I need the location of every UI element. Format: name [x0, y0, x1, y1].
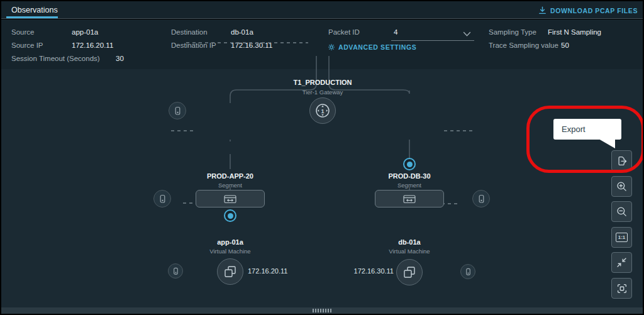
one-to-one-icon: 1:1: [616, 233, 628, 242]
fit-to-screen-button[interactable]: [611, 278, 632, 299]
vm-icon: [402, 265, 416, 279]
segment-right-node[interactable]: [375, 190, 444, 207]
segment-left-port-node[interactable]: [153, 190, 171, 207]
gateway-node[interactable]: 1: [309, 97, 336, 124]
fit-to-screen-icon: [616, 282, 628, 295]
segment-left-name: PROD-APP-20: [167, 172, 293, 180]
vm-right-name: db-01a: [347, 238, 472, 246]
export-icon: [616, 155, 628, 167]
tier1-gateway-icon: 1: [314, 102, 331, 119]
vm-left-ip: 172.16.20.11: [248, 267, 287, 275]
traceflow-window: Observations DOWNLOAD PCAP FILES Source …: [0, 0, 644, 315]
vm-right-type: Virtual Machine: [347, 248, 472, 255]
segment-right-type: Segment: [347, 182, 472, 189]
horizontal-scrollbar[interactable]: [1, 307, 643, 314]
scrollbar-grip: [313, 309, 314, 312]
segment-icon: [223, 194, 237, 204]
gateway-type: Tier-1 Gateway: [260, 89, 386, 96]
vm-left-port-node[interactable]: [168, 263, 183, 279]
zoom-out-icon: [616, 206, 628, 218]
observation-dot-core: [228, 213, 233, 219]
observation-point-dot[interactable]: [403, 158, 416, 170]
port-icon: [477, 194, 486, 204]
gateway-port-node[interactable]: [169, 102, 186, 119]
observation-point-dot[interactable]: [224, 209, 236, 222]
observation-dot-core: [407, 162, 413, 167]
zoom-in-button[interactable]: [611, 176, 632, 197]
port-icon: [172, 267, 179, 275]
vm-left-node[interactable]: [217, 258, 243, 285]
zoom-in-icon: [616, 180, 628, 192]
vm-icon: [223, 265, 237, 279]
vm-right-ip: 172.16.30.11: [341, 267, 394, 275]
export-tooltip-tail: [597, 138, 616, 149]
collapse-button[interactable]: [611, 252, 632, 273]
port-icon: [174, 106, 182, 116]
port-icon: [158, 194, 167, 204]
vm-left-name: app-01a: [167, 238, 293, 246]
segment-left-type: Segment: [167, 182, 293, 189]
segment-right-name: PROD-DB-30: [347, 172, 472, 180]
vm-left-type: Virtual Machine: [167, 248, 293, 255]
export-button[interactable]: [611, 150, 632, 171]
zoom-out-button[interactable]: [611, 201, 632, 222]
segment-icon: [402, 194, 416, 204]
segment-left-node[interactable]: [196, 190, 265, 207]
gateway-name: T1_PRODUCTION: [260, 79, 386, 86]
vm-right-node[interactable]: [396, 259, 423, 285]
export-tooltip: Export: [553, 119, 621, 140]
vm-right-port-node[interactable]: [460, 264, 475, 279]
actual-size-button[interactable]: 1:1: [611, 227, 632, 248]
port-icon: [465, 268, 472, 276]
export-tooltip-label: Export: [562, 124, 586, 134]
collapse-icon: [616, 257, 628, 268]
segment-right-port-node[interactable]: [472, 190, 490, 207]
svg-text:1: 1: [321, 108, 324, 114]
